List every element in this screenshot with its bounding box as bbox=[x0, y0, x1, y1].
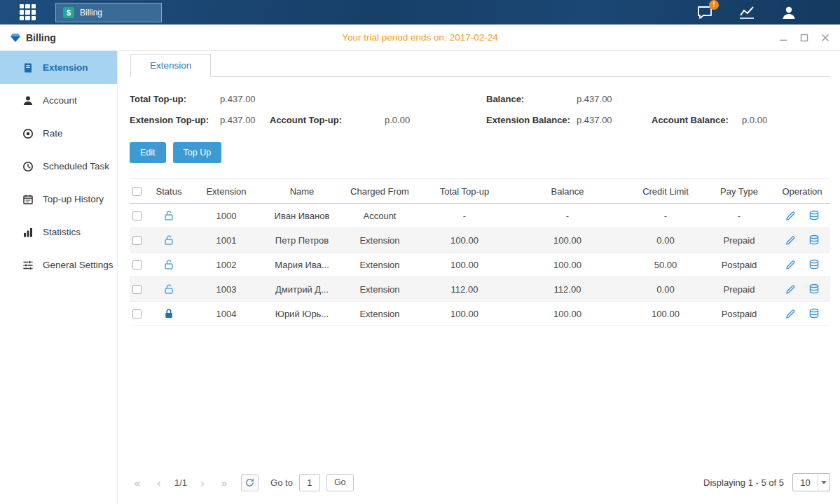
sidebar-item-rate[interactable]: Rate bbox=[0, 117, 117, 150]
displaying-info: Displaying 1 - 5 of 5 bbox=[703, 477, 784, 488]
user-account-icon[interactable] bbox=[780, 4, 798, 21]
summary-label: Account Balance: bbox=[652, 115, 742, 125]
edit-row-icon[interactable] bbox=[785, 308, 797, 320]
first-page-icon[interactable]: « bbox=[130, 475, 145, 490]
row-checkbox[interactable] bbox=[132, 211, 142, 220]
page-size-value: 10 bbox=[793, 477, 818, 488]
sidebar-item-general-settings[interactable]: General Settings bbox=[0, 248, 117, 281]
trial-notice: Your trial period ends on: 2017-02-24 bbox=[0, 32, 840, 43]
extension-name: Юрий Юрь... bbox=[266, 309, 338, 319]
messages-icon[interactable]: ! bbox=[696, 4, 714, 21]
summary-account-balance: Account Balance: p.0.00 bbox=[652, 115, 830, 125]
col-status: Status bbox=[151, 186, 187, 197]
extension-name: Мария Ива... bbox=[266, 260, 338, 270]
edit-row-icon[interactable] bbox=[785, 210, 797, 222]
summary-extension-topup: Extension Top-up: p.437.00 bbox=[130, 115, 270, 125]
col-extension: Extension bbox=[187, 186, 266, 197]
charged-from: Extension bbox=[338, 309, 421, 319]
extension-name: Петр Петров bbox=[266, 235, 338, 246]
extension-number: 1001 bbox=[187, 235, 266, 246]
topbar-billing-tab[interactable]: $ Billing bbox=[55, 3, 162, 22]
extensions-table: Status Extension Name Charged From Total… bbox=[130, 178, 830, 326]
balance: 100.00 bbox=[508, 260, 627, 270]
screen: $ Billing ! bbox=[0, 0, 840, 504]
top-up-button[interactable]: Top Up bbox=[173, 142, 222, 163]
col-balance: Balance bbox=[508, 186, 627, 197]
account-icon bbox=[22, 94, 34, 106]
summary-extension-balance: Extension Balance: p.437.00 bbox=[486, 115, 652, 125]
pay-type: Postpaid bbox=[704, 260, 774, 270]
tab-strip: Extension bbox=[130, 54, 830, 77]
lock-closed-icon bbox=[163, 308, 174, 319]
row-checkbox[interactable] bbox=[132, 236, 142, 245]
sidebar-item-extension[interactable]: Extension bbox=[0, 51, 117, 84]
summary-value: p.0.00 bbox=[385, 115, 410, 125]
close-icon[interactable] bbox=[820, 33, 830, 43]
lock-open-icon bbox=[163, 284, 174, 295]
go-button[interactable]: Go bbox=[326, 474, 354, 491]
summary-label: Extension Balance: bbox=[486, 115, 577, 125]
last-page-icon[interactable]: » bbox=[216, 475, 232, 490]
total-topup: 100.00 bbox=[421, 260, 508, 270]
summary-label: Account Top-up: bbox=[270, 115, 385, 125]
edit-row-icon[interactable] bbox=[785, 259, 797, 271]
page-indicator: 1/1 bbox=[174, 477, 187, 488]
summary-value: p.437.00 bbox=[220, 115, 256, 125]
row-checkbox[interactable] bbox=[132, 260, 142, 270]
prev-page-icon[interactable]: ‹ bbox=[151, 475, 167, 490]
sidebar-item-label: Rate bbox=[43, 128, 63, 139]
summary-label: Extension Top-up: bbox=[130, 115, 220, 125]
sidebar-item-scheduled-task[interactable]: Scheduled Task bbox=[0, 150, 117, 183]
row-checkbox[interactable] bbox=[132, 285, 142, 294]
scheduled-task-icon bbox=[22, 160, 34, 172]
topup-records-icon[interactable] bbox=[808, 259, 820, 271]
credit-limit: 0.00 bbox=[627, 235, 704, 246]
window-titlebar: Billing Your trial period ends on: 2017-… bbox=[0, 24, 840, 51]
summary-label: Balance: bbox=[486, 94, 577, 104]
refresh-icon[interactable] bbox=[241, 474, 259, 491]
sidebar-item-label: Account bbox=[43, 95, 77, 106]
edit-button[interactable]: Edit bbox=[130, 142, 166, 163]
total-topup: 100.00 bbox=[421, 309, 508, 319]
page-size-select[interactable]: 10 bbox=[792, 473, 830, 491]
select-all-checkbox[interactable] bbox=[132, 187, 142, 196]
sidebar-item-label: Top-up History bbox=[43, 194, 104, 204]
table-header-row: Status Extension Name Charged From Total… bbox=[130, 178, 830, 204]
col-credit-limit: Credit Limit bbox=[627, 186, 704, 197]
sidebar-item-label: Scheduled Task bbox=[43, 161, 109, 172]
action-buttons: Edit Top Up bbox=[130, 142, 830, 163]
topbar-billing-tab-label: Billing bbox=[80, 8, 102, 18]
dollar-icon: $ bbox=[63, 7, 74, 18]
summary-value: p.0.00 bbox=[742, 115, 767, 125]
topup-records-icon[interactable] bbox=[808, 210, 820, 222]
extension-number: 1000 bbox=[187, 211, 266, 221]
credit-limit: 100.00 bbox=[627, 309, 704, 319]
extension-number: 1004 bbox=[187, 309, 266, 319]
row-checkbox[interactable] bbox=[132, 309, 142, 318]
edit-row-icon[interactable] bbox=[785, 284, 797, 295]
statistics-chart-icon[interactable] bbox=[738, 4, 756, 21]
sidebar-item-account[interactable]: Account bbox=[0, 84, 117, 117]
window-title: Billing bbox=[26, 32, 56, 43]
edit-row-icon[interactable] bbox=[785, 234, 797, 246]
goto-page-input[interactable] bbox=[299, 474, 320, 491]
col-pay-type: Pay Type bbox=[704, 186, 774, 197]
sidebar-item-topup-history[interactable]: Top-up History bbox=[0, 183, 117, 216]
maximize-icon[interactable] bbox=[799, 33, 809, 43]
sidebar-item-statistics[interactable]: Statistics bbox=[0, 216, 117, 248]
topbar-right-icons: ! bbox=[696, 4, 829, 21]
extension-number: 1002 bbox=[187, 260, 266, 270]
total-topup: 112.00 bbox=[421, 284, 508, 295]
balance: - bbox=[508, 211, 627, 221]
topup-records-icon[interactable] bbox=[808, 308, 820, 320]
tab-extension[interactable]: Extension bbox=[130, 54, 211, 77]
topup-records-icon[interactable] bbox=[808, 284, 820, 295]
main-content: Extension Total Top-up: p.437.00 Balance… bbox=[118, 51, 840, 504]
topup-records-icon[interactable] bbox=[808, 234, 820, 246]
table-row: 1001 Петр Петров Extension 100.00 100.00… bbox=[130, 228, 830, 253]
summary-label: Total Top-up: bbox=[130, 94, 220, 104]
minimize-icon[interactable] bbox=[778, 33, 788, 43]
charged-from: Extension bbox=[338, 260, 421, 270]
app-launcher-icon[interactable] bbox=[20, 4, 36, 20]
next-page-icon[interactable]: › bbox=[195, 475, 210, 490]
